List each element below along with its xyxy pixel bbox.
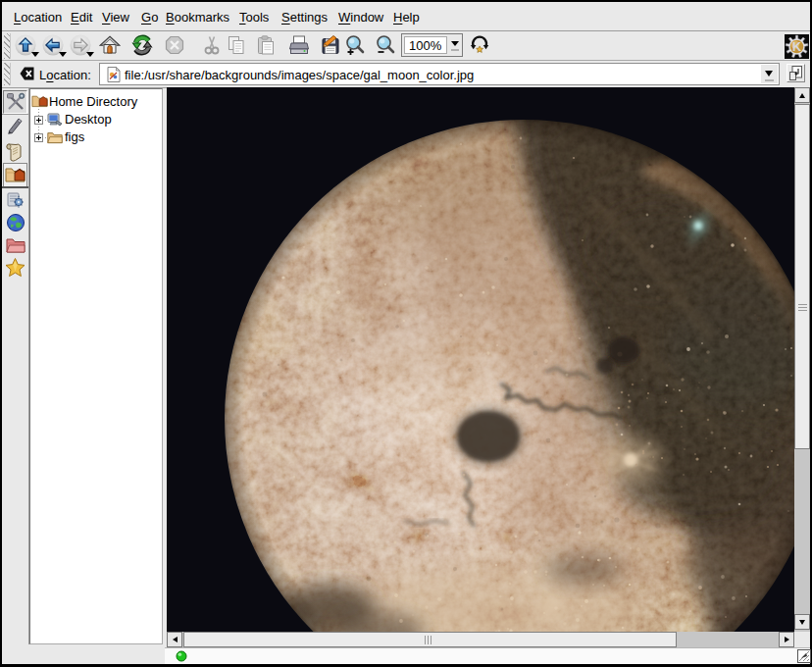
svg-text:K: K bbox=[792, 40, 801, 54]
